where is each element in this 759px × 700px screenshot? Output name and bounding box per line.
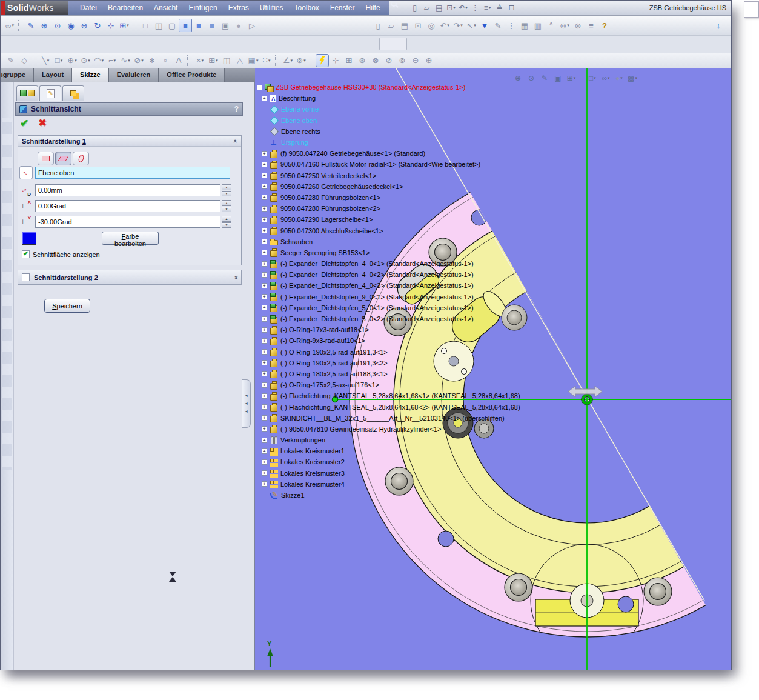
print-icon[interactable]: ⊡ (411, 19, 425, 32)
trim-icon[interactable]: ×▾ (193, 54, 207, 67)
rotation-y-spinner[interactable]: ▲▼ (222, 216, 231, 228)
options-list-icon[interactable]: ≡▾ (482, 2, 494, 14)
tree-expander[interactable]: + (262, 316, 267, 322)
tree-expander[interactable]: + (262, 294, 267, 299)
section-view-icon[interactable]: ▣ (219, 19, 232, 32)
plane-icon[interactable]: ∠▾ (281, 54, 294, 67)
measure-tape-icon[interactable]: ≙ (545, 19, 558, 32)
tree-expander[interactable]: + (262, 371, 267, 376)
tree-expander[interactable]: + (262, 338, 267, 344)
tree-item-label[interactable]: Seeger Sprengring SB153<1> (280, 249, 370, 256)
help-icon[interactable]: ? (234, 105, 239, 113)
menu-extras[interactable]: Extras (223, 1, 254, 16)
tree-expander[interactable]: + (262, 305, 267, 310)
tree-item[interactable]: +(-) O-Ring-190x2,5-rad-auf191,3<2> (257, 358, 520, 368)
tree-item[interactable]: +(-) Expander_Dichtstopfen_4_0<1> (Stand… (257, 258, 520, 269)
tree-item-label[interactable]: (-) O-Ring-190x2,5-rad-auf191,3<2> (280, 359, 388, 367)
menu-hilfe[interactable]: Hilfe (360, 1, 386, 16)
dropdown-caret-icon[interactable]: ▾ (12, 23, 14, 28)
tree-item-label[interactable]: 9050.047280 Führungsbolzen<1> (280, 194, 380, 201)
tree-expander[interactable]: + (262, 459, 267, 465)
cancel-button[interactable]: ✖ (38, 117, 46, 130)
tree-item-label[interactable]: Lokales Kreismuster2 (280, 458, 345, 465)
tab-evaluieren[interactable]: Evaluieren (109, 68, 159, 82)
tree-item-label[interactable]: Schrauben (280, 238, 313, 245)
save-icon[interactable]: ▤ (398, 19, 411, 32)
side-toolbar-buttons[interactable] (2, 118, 12, 470)
tree-expander[interactable]: + (262, 360, 267, 365)
dropdown-caret-icon[interactable]: ▾ (594, 76, 596, 81)
spin-down-icon[interactable]: ▼ (222, 207, 231, 213)
menu-toolbox[interactable]: Toolbox (288, 1, 324, 16)
tree-item-label[interactable]: SKINDICHT__BL_M_32x1_5______Art__Nr__521… (280, 415, 505, 422)
undo-icon[interactable]: ↶▾ (438, 19, 451, 32)
tree-item-label[interactable]: ZSB Getriebegehäuse HSG30+30 (Standard<A… (276, 84, 465, 91)
mirror-icon[interactable]: ◫ (220, 54, 233, 67)
tree-item-label[interactable]: Beschriftung (279, 95, 316, 102)
zoom-pen-icon[interactable]: ✎ (538, 72, 551, 85)
menu-fenster[interactable]: Fenster (325, 1, 360, 16)
dropdown-caret-icon[interactable]: ▾ (268, 58, 271, 63)
new-icon[interactable]: ▯ (371, 19, 385, 32)
linear-pattern-icon[interactable]: ▦▾ (247, 54, 260, 67)
configuration-tab[interactable] (62, 85, 84, 101)
feature-tree-tab[interactable] (16, 85, 38, 101)
dropdown-caret-icon[interactable]: ▾ (101, 58, 104, 63)
toolbar-fragment[interactable] (379, 38, 407, 50)
undo-icon[interactable]: ↶▾ (457, 2, 469, 14)
rotation-y-field[interactable] (35, 216, 220, 228)
tree-expander[interactable]: + (262, 448, 267, 454)
spin-up-icon[interactable]: ▲ (222, 184, 231, 190)
panel-splitter[interactable]: ◂ ◂ ◂ (242, 379, 251, 428)
smart-dimension-icon[interactable]: ◇ (18, 54, 31, 67)
tree-expander[interactable]: + (262, 426, 267, 432)
selection-filter-icon[interactable]: ▼ (478, 19, 491, 32)
move-component-icon[interactable]: ↕ (712, 19, 725, 32)
tree-expander[interactable]: + (262, 272, 267, 278)
view-settings-icon[interactable]: ⊞▾ (565, 72, 578, 85)
tree-item-label[interactable]: 9050.047260 Getriebegehäusedeckel<1> (280, 183, 403, 190)
tree-item[interactable]: +9050.047300 Abschlußscheibe<1> (257, 225, 520, 236)
rotate-view-icon[interactable]: ↻ (91, 19, 104, 32)
checklist-icon[interactable]: ≡ (585, 19, 598, 32)
tree-item[interactable]: +(-) O-Ring-175x2,5-ax-auf176<1> (257, 379, 520, 390)
tree-item[interactable]: +9050.047290 Lagerscheibe<1> (257, 214, 520, 225)
tree-item[interactable]: Ebene rechts (257, 126, 520, 137)
help-icon[interactable]: ? (598, 19, 611, 32)
tree-item[interactable]: +(-) Flachdichtung_KANTSEAL_5,28x8,64x1,… (257, 390, 520, 401)
tree-item-label[interactable]: (-) O-Ring-190x2,5-rad-auf191,3<1> (280, 348, 388, 356)
ellipse-icon[interactable]: ⊘▾ (132, 54, 145, 67)
zoom-out-icon[interactable]: ⊖ (78, 19, 91, 32)
tree-item[interactable]: +(-) O-Ring-17x3-rad-auf18<1> (257, 324, 520, 335)
tree-expander[interactable]: + (262, 415, 267, 421)
tree-item[interactable]: +Lokales Kreismuster2 (257, 456, 520, 467)
display-style-icon[interactable]: ∞▾ (599, 72, 612, 85)
tree-expander[interactable]: + (262, 96, 267, 101)
tree-item[interactable]: +(-) 9050.047810 Gewindeeinsatz Hydrauli… (257, 424, 520, 435)
spotlight-icon[interactable]: ⊛ (571, 19, 585, 32)
sketch-tool-icon[interactable]: ✎ (4, 54, 18, 67)
tree-expander[interactable]: + (262, 217, 267, 222)
tree-expander[interactable]: + (262, 206, 267, 212)
mass-properties-icon[interactable]: ⊟ (506, 2, 518, 14)
tree-item-label[interactable]: Lokales Kreismuster3 (280, 470, 345, 477)
tree-item-label[interactable]: (-) Expander_Dichtstopfen_4_0<1> (Standa… (280, 260, 474, 267)
offset-section-button[interactable] (73, 152, 89, 165)
graphics-viewport[interactable]: Y ⊕⊙✎▣⊞▾□▾∞▾●▾▩▾ -ZSB Getriebegehäuse HS… (255, 68, 732, 670)
tree-item-label[interactable]: (-) Expander_Dichtstopfen_4_0<2> (Standa… (280, 271, 474, 278)
circle-icon[interactable]: ⊕▾ (65, 54, 79, 67)
tab-ugruppe[interactable]: ugruppe (1, 68, 34, 82)
tree-item[interactable]: +(-) Flachdichtung_KANTSEAL_5,28x8,64x1,… (257, 401, 520, 412)
tree-item-label[interactable]: Ebene vorne (281, 105, 319, 113)
tree-item[interactable]: +Seeger Sprengring SB153<1> (257, 247, 520, 258)
tree-item[interactable]: +(-) Expander_Dichtstopfen_5_0<2> (Stand… (257, 313, 520, 324)
dropdown-caret-icon[interactable]: ▾ (447, 23, 449, 28)
spline-icon[interactable]: ∿▾ (119, 54, 132, 67)
dropdown-caret-icon[interactable]: ▾ (88, 58, 90, 63)
print-icon[interactable]: ⊡▾ (445, 2, 457, 14)
tree-expander[interactable]: + (262, 438, 267, 443)
pattern-d-icon[interactable]: ⊗ (369, 54, 382, 67)
tree-item[interactable]: +9050.047250 Verteilerdeckel<1> (257, 170, 520, 181)
dropdown-caret-icon[interactable]: ▾ (114, 58, 116, 63)
tree-item[interactable]: +9050.047280 Führungsbolzen<1> (257, 192, 520, 203)
